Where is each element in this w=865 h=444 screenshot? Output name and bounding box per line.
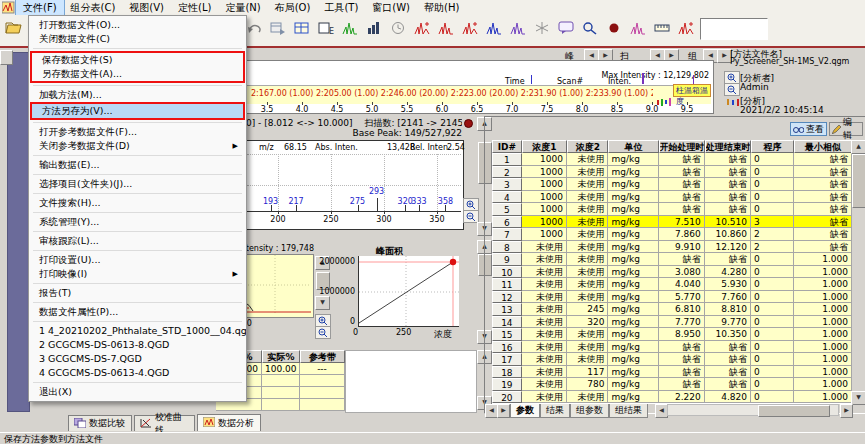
table-row[interactable]: 15未使用未使用mg/kg8.95010.35001.000 [492,328,852,341]
table-row[interactable]: 18未使用117mg/kg缺省缺省01.000 [492,366,852,379]
results-header-2[interactable]: 浓度1 [522,140,567,153]
open-data-file-icon[interactable] [3,17,25,39]
table-row[interactable]: 17未使用未使用mg/kg缺省缺省01.000 [492,353,852,366]
file-menu-item-28[interactable]: 数据文件属性(P)... [29,305,246,319]
results-table[interactable]: ID#浓度1浓度2单位开始处理时处理结束时程序最小相似11000未使用mg/kg… [492,140,852,404]
table-row[interactable]: 13未使用245mg/kg6.8108.81001.000 [492,303,852,316]
table-row[interactable]: 71000未使用mg/kg7.86010.8602缺省 [492,228,852,241]
method-table-icon[interactable]: E [315,17,337,39]
file-menu-item-11[interactable]: 关闭参考数据文件(D)▶ [29,139,246,153]
table-row[interactable]: 16未使用未使用mg/kg缺省缺省01.000 [492,341,852,354]
file-menu-item-23[interactable]: 打印设置(U)... [29,253,246,267]
table-row[interactable]: 31000未使用mg/kg缺省缺省0缺省 [492,178,852,191]
peaks-compare-icon[interactable] [483,17,505,39]
chromatogram-view-icon[interactable] [339,17,361,39]
results-header-7[interactable]: 程序 [751,140,794,153]
table-tab-2[interactable]: 结果 [540,404,570,418]
menubar-item-5[interactable]: 定量(N) [218,0,267,15]
table-row[interactable]: 19未使用780mg/kg缺省缺省01.000 [492,378,852,391]
table-row[interactable]: 51000未使用mg/kg缺省缺省0缺省 [492,203,852,216]
file-menu-item-17[interactable]: 文件搜索(H)... [29,196,246,210]
file-menu-item-8[interactable]: 方法另存为(V)... [32,104,243,118]
menubar-item-3[interactable]: 视图(V) [122,0,171,15]
spectrum-process-icon[interactable] [507,17,529,39]
file-menu-item-32[interactable]: 3 GCGCMS-DS-7.QGD [29,352,246,366]
spectrum-pink-icon[interactable] [627,17,649,39]
record-icon[interactable] [603,17,625,39]
bottom-tab-1[interactable]: 数据比较 [68,415,132,431]
file-menu-item-33[interactable]: 4 GCGCMS-DS-0613-4.QGD [29,366,246,380]
mass-spectrum-plot[interactable]: m/z68.15Abs. Inten.13,428Rel. Inten.2.54… [246,140,464,230]
menubar-item-1[interactable]: 文件(F) [16,0,64,15]
oven-temperature-chip[interactable]: 柱温箱温度 [673,84,711,97]
table-tabs-next[interactable]: ▶ [497,404,510,418]
file-menu-item-30[interactable]: 1 4_20210202_Phthalate_STD_1000__04.qgd [29,324,246,338]
table-row[interactable]: 9未使用未使用mg/kg缺省缺省01.000 [492,253,852,266]
toolbar-combo[interactable] [700,18,768,40]
results-header-1[interactable]: ID# [492,140,522,153]
peak-integrate-icon[interactable] [435,17,457,39]
table-scroll-thumb[interactable] [852,154,865,208]
results-header-4[interactable]: 单位 [608,140,658,153]
menubar-item-4[interactable]: 定性(L) [171,0,218,15]
history-icon[interactable] [387,17,409,39]
table-tab-3[interactable]: 组参数 [570,404,609,418]
file-menu-item-19[interactable]: 系统管理(Y)... [29,215,246,229]
menubar-item-9[interactable]: 帮助(H) [417,0,466,15]
table-row[interactable]: 8未使用未使用mg/kg9.91012.1202缺省 [492,241,852,254]
table-tab-1[interactable]: 参数 [510,404,540,418]
results-header-5[interactable]: 开始处理时 [659,140,705,153]
hscroll-track[interactable] [667,404,839,416]
results-header-6[interactable]: 处理结束时 [705,140,751,153]
file-menu-item-10[interactable]: 打开参考数据文件(F)... [29,125,246,139]
table-row[interactable]: 11未使用未使用mg/kg4.0405.93001.000 [492,278,852,291]
spectrum-search-icon[interactable] [579,17,601,39]
file-menu-item-26[interactable]: 报告(T) [29,286,246,300]
hscroll-right[interactable]: ▶ [840,404,853,418]
table-row[interactable]: 41000未使用mg/kg缺省缺省0缺省 [492,191,852,204]
file-menu-item-21[interactable]: 审核跟踪(L)... [29,234,246,248]
comment-icon[interactable] [555,17,577,39]
view-button[interactable]: 查看 [790,122,827,136]
calibration-ruler-icon[interactable] [651,17,673,39]
table-row[interactable]: 61000未使用mg/kg7.51010.5103缺省 [492,216,852,229]
peak-integrate-add-icon[interactable] [411,17,433,39]
mid-scroll-down[interactable]: ▼ [315,296,330,310]
menubar-item-2[interactable]: 组分表(C) [64,0,123,15]
table-row[interactable]: 20未使用未使用mg/kg2.2204.82001.000 [492,391,852,404]
table-row[interactable]: 10未使用未使用mg/kg3.0804.28001.000 [492,266,852,279]
results-header-3[interactable]: 浓度2 [567,140,608,153]
hscroll-thumb[interactable] [758,405,830,417]
file-menu-item-5[interactable]: 另存数据文件(A)... [32,67,243,81]
table-row[interactable]: 11000未使用mg/kg缺省缺省0缺省 [492,153,852,166]
calibration-plot[interactable] [358,256,459,327]
file-menu-item-31[interactable]: 2 GCGCMS-DS-0613-8.QGD [29,338,246,352]
bottom-tab-3[interactable]: 数据分析 [197,414,261,431]
table-scroll-up[interactable]: ▲ [851,140,865,154]
chart-view-icon[interactable] [363,17,385,39]
peaks-dashed-icon[interactable] [675,17,697,39]
menubar-item-7[interactable]: 工具(T) [317,0,365,15]
bottom-tab-2[interactable]: 校准曲线 [134,415,195,431]
file-menu-item-24[interactable]: 打印映像(I)▶ [29,267,246,281]
file-menu-item-35[interactable]: 退出(X) [29,385,246,399]
file-menu-item-4[interactable]: 保存数据文件(S) [32,53,243,67]
file-menu-item-15[interactable]: 选择项目(文件夹)(J)... [29,177,246,191]
table-row[interactable]: 21000未使用mg/kg缺省缺省0缺省 [492,166,852,179]
export-data-icon[interactable] [267,17,289,39]
menubar-item-6[interactable]: 布局(O) [268,0,318,15]
edit-button[interactable]: 编辑 [829,122,863,136]
peak-range-icon[interactable] [459,17,481,39]
file-menu-item-1[interactable]: 打开数据文件(O)... [29,18,246,32]
table-row[interactable]: 14未使用320mg/kg7.7709.77001.000 [492,316,852,329]
tic-zoom-out-button[interactable] [724,83,740,96]
menubar-item-8[interactable]: 窗口(W) [365,0,417,15]
sidebar-handle[interactable] [0,50,13,65]
manual-integration-icon[interactable] [531,17,553,39]
file-menu-item-13[interactable]: 输出数据(E)... [29,158,246,172]
table-row[interactable]: 12未使用未使用mg/kg5.7707.76001.000 [492,291,852,304]
results-header-8[interactable]: 最小相似 [794,140,852,153]
file-menu-item-7[interactable]: 加载方法(M)... [29,88,246,102]
mini-zoom-out-button[interactable] [315,326,331,339]
table-scroll-down[interactable]: ▼ [851,391,865,405]
